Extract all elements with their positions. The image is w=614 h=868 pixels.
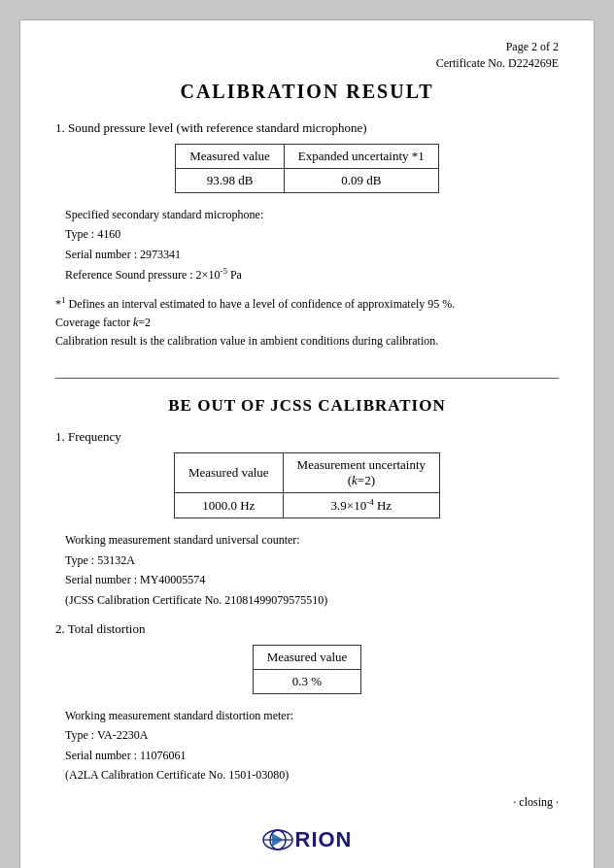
freq-col1-value: 1000.0 Hz (174, 493, 283, 518)
cert-number: Certificate No. D224269E (55, 56, 559, 71)
distortion-table: Measured value 0.3 % (253, 645, 362, 694)
closing-text: · closing · (55, 795, 559, 810)
distortion-title: 2. Total distortion (55, 621, 559, 637)
table3-wrapper: Measured value 0.3 % (55, 645, 559, 700)
document-page: Page 2 of 2 Certificate No. D224269E CAL… (19, 19, 595, 868)
specs2-line1: Type : 53132A (65, 551, 559, 570)
rion-logo: RION (55, 827, 559, 852)
freq-table: Measured value Measurement uncertainty(k… (174, 452, 440, 518)
specs2-line2: Serial number : MY40005574 (65, 570, 559, 589)
specs2-line0: Working measurement standard universal c… (65, 530, 559, 550)
specs3-line2: Serial number : 11076061 (65, 746, 559, 765)
specs1-line3: Reference Sound pressure : 2×10-5 Pa (65, 264, 559, 284)
rion-logo-mark (262, 829, 293, 851)
dist-col1-header: Measured value (253, 646, 361, 670)
spl-col1-header: Measured value (176, 145, 285, 169)
freq-col2-header: Measurement uncertainty(k=2) (283, 453, 439, 493)
spl-col2-value: 0.09 dB (284, 169, 438, 193)
section2-title: BE OUT OF JCSS CALIBRATION (55, 396, 559, 416)
section-divider (55, 378, 559, 379)
page-info: Page 2 of 2 (55, 40, 559, 54)
freq-col1-header: Measured value (174, 453, 283, 493)
spl-col2-header: Expanded uncertainty *1 (284, 145, 438, 169)
specs1-line2: Serial number : 2973341 (65, 245, 559, 264)
freq-title: 1. Frequency (55, 429, 559, 445)
footnote-line1: *1 Defines an interval estimated to have… (55, 293, 559, 314)
specs2: Working measurement standard universal c… (65, 530, 559, 610)
footnote-line2: Coverage factor k=2 (55, 314, 559, 332)
spl-col1-value: 93.98 dB (176, 169, 285, 193)
dist-col1-value: 0.3 % (253, 670, 361, 694)
footnote: *1 Defines an interval estimated to have… (55, 293, 559, 351)
main-title: CALIBRATION RESULT (55, 81, 559, 103)
specs3-line0: Working measurement standard distortion … (65, 706, 559, 725)
rion-text: RION (295, 827, 353, 852)
freq-col2-value: 3.9×10-4 Hz (283, 493, 439, 518)
table1-wrapper: Measured value Expanded uncertainty *1 9… (55, 144, 559, 199)
specs3: Working measurement standard distortion … (65, 706, 559, 785)
spl-table: Measured value Expanded uncertainty *1 9… (175, 144, 439, 193)
table2-wrapper: Measured value Measurement uncertainty(k… (55, 452, 559, 524)
specs2-line3: (JCSS Calibration Certificate No. 210814… (65, 590, 559, 610)
specs1-line1: Type : 4160 (65, 224, 559, 244)
svg-marker-3 (272, 833, 284, 847)
specs1: Specified secondary standard microphone:… (65, 205, 559, 285)
specs3-line1: Type : VA-2230A (65, 725, 559, 745)
footnote-line3: Calibration result is the calibration va… (55, 332, 559, 351)
section1-title: 1. Sound pressure level (with reference … (55, 120, 559, 136)
specs3-line3: (A2LA Calibration Certificate No. 1501-0… (65, 765, 559, 785)
specs1-line0: Specified secondary standard microphone: (65, 205, 559, 224)
